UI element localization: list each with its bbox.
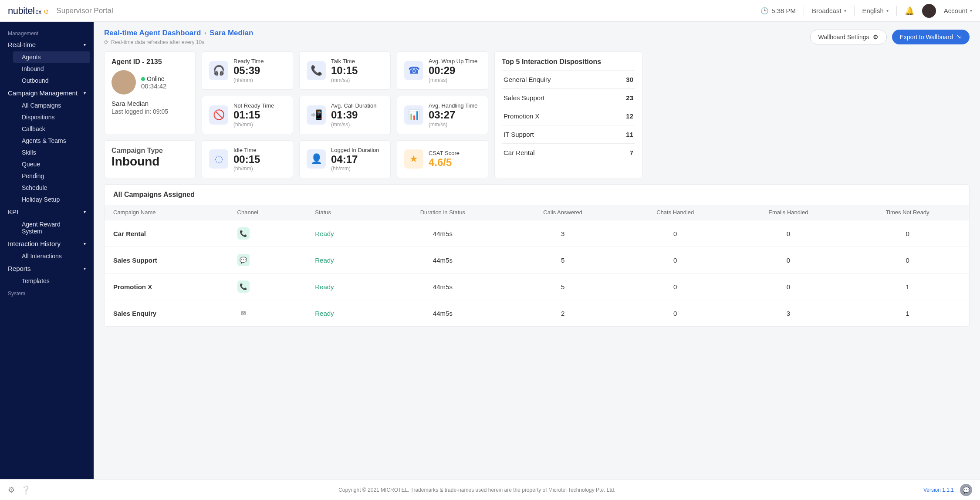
status-text: Ready	[315, 283, 334, 291]
status-text: Ready	[315, 310, 334, 317]
metric-talk-time: 📞 Talk Time 10:15 (mm/ss)	[299, 51, 391, 90]
status-text: Ready	[315, 230, 334, 237]
cell-channel: 💬	[229, 247, 307, 274]
disposition-label: Promotion X	[504, 112, 540, 120]
campaigns-table: Campaign Name Channel Status Duration in…	[105, 205, 969, 326]
bell-icon[interactable]: 🔔	[905, 6, 914, 16]
metric-unit: (hh/mm)	[233, 166, 260, 172]
sidebar-item-schedule[interactable]: Schedule	[13, 182, 90, 193]
sidebar-item-queue[interactable]: Queue	[13, 159, 90, 170]
chevron-down-icon: ▾	[84, 209, 86, 214]
col-campaign-name: Campaign Name	[105, 205, 229, 220]
col-duration: Duration in Status	[380, 205, 506, 220]
metric-label: Avg. Call Duration	[331, 102, 377, 109]
metric-label: Logged In Duration	[331, 147, 379, 153]
sidebar-item-agent-reward[interactable]: Agent Reward System	[13, 219, 90, 237]
avatar[interactable]	[922, 4, 936, 18]
refresh-text: Real-time data refreshes after every 10s	[111, 39, 204, 45]
metric-unit: (mm/ss)	[429, 122, 478, 128]
campaigns-title: All Campaigns Assigned	[105, 185, 969, 205]
cell-duration: 44m5s	[380, 274, 506, 300]
sidebar-item-dispositions[interactable]: Dispositions	[13, 111, 90, 123]
metric-value: 10:15	[331, 64, 358, 77]
phone-outgoing-icon: 📲	[307, 105, 326, 125]
sidebar-parent-kpi[interactable]: KPI ▾	[0, 206, 94, 218]
sidebar-section-system: System	[0, 287, 94, 298]
footer-copyright: Copyright © 2021 MICROTEL. Trademarks & …	[30, 487, 923, 493]
main-content: Real-time Agent Dashboard › Sara Median …	[94, 22, 980, 479]
wallboard-settings-button[interactable]: Wallboard Settings ⚙	[810, 30, 887, 44]
broadcast-menu[interactable]: Broadcast ▾	[812, 7, 846, 14]
col-calls: Calls Answered	[506, 205, 620, 220]
sidebar-item-templates[interactable]: Templates	[13, 275, 90, 287]
sidebar: Management Real-time ▾ Agents Inbound Ou…	[0, 22, 94, 479]
disposition-row: Car Rental7	[502, 143, 635, 162]
divider	[896, 6, 897, 16]
help-icon[interactable]: ❔	[21, 485, 30, 495]
sidebar-item-holiday-setup[interactable]: Holiday Setup	[13, 194, 90, 205]
phone-icon: 📞	[307, 61, 326, 80]
metric-value: 4.6/5	[429, 156, 460, 169]
sidebar-item-outbound[interactable]: Outbound	[13, 75, 90, 86]
disposition-row: Promotion X12	[502, 107, 635, 125]
export-wallboard-button[interactable]: Export to Wallboard ⇲	[892, 30, 970, 44]
breadcrumb-root[interactable]: Real-time Agent Dashboard	[104, 29, 201, 37]
col-emails: Emails Handled	[731, 205, 846, 220]
table-row: Promotion X📞Ready44m5s5001	[105, 274, 969, 300]
cell-campaign-name: Sales Enquiry	[105, 300, 229, 327]
sidebar-item-inbound[interactable]: Inbound	[13, 63, 90, 74]
cell-channel: 📞	[229, 220, 307, 247]
chart-icon: 📊	[404, 105, 423, 125]
cell-calls: 2	[506, 300, 620, 327]
footer-version[interactable]: Version 1.1.1	[923, 487, 954, 493]
cell-channel: ✉	[229, 300, 307, 327]
topbar: nubitel cx Supervisor Portal 🕒 5:38 PM B…	[0, 0, 980, 22]
cell-duration: 44m5s	[380, 247, 506, 274]
sidebar-item-callback[interactable]: Callback	[13, 123, 90, 135]
brand-name: nubitel	[8, 5, 34, 17]
disposition-row: IT Support11	[502, 125, 635, 143]
sidebar-item-agents-teams[interactable]: Agents & Teams	[13, 135, 90, 146]
sidebar-item-skills[interactable]: Skills	[13, 147, 90, 158]
campaign-type-value: Inbound	[112, 155, 188, 169]
language-menu[interactable]: English ▾	[862, 7, 889, 14]
metric-ready-time: 🎧 Ready Time 05:39 (hh/mm)	[202, 51, 293, 90]
campaign-type-card: Campaign Type Inbound	[104, 140, 196, 179]
agent-last-logged: Last logged in: 09:05	[112, 108, 188, 115]
metric-unit: (hh/mm)	[331, 166, 379, 172]
disposition-row: Sales Support23	[502, 88, 635, 107]
disposition-label: Sales Support	[504, 94, 544, 101]
metric-logged-in-duration: 👤 Logged In Duration 04:17 (hh/mm)	[299, 140, 391, 179]
sidebar-parent-campaign-mgmt[interactable]: Campaign Management ▾	[0, 87, 94, 99]
table-row: Sales Enquiry✉Ready44m5s2031	[105, 300, 969, 327]
metric-avg-call-duration: 📲 Avg. Call Duration 01:39 (mm/ss)	[299, 96, 391, 134]
account-menu[interactable]: Account ▾	[944, 7, 972, 14]
cell-status: Ready	[306, 274, 379, 300]
sidebar-item-all-campaigns[interactable]: All Campaigns	[13, 100, 90, 111]
metric-label: CSAT Score	[429, 150, 460, 156]
idle-icon: ◌	[209, 149, 228, 169]
sidebar-parent-realtime[interactable]: Real-time ▾	[0, 38, 94, 51]
language-label: English	[862, 7, 884, 14]
sidebar-item-pending[interactable]: Pending	[13, 170, 90, 182]
gear-icon[interactable]: ⚙	[8, 485, 15, 495]
button-label: Wallboard Settings	[818, 34, 869, 41]
phone-icon: 📞	[237, 227, 250, 240]
chevron-right-icon: ›	[204, 30, 206, 36]
cell-campaign-name: Car Rental	[105, 220, 229, 247]
metric-unit: (mm/ss)	[331, 122, 377, 128]
campaign-type-label: Campaign Type	[112, 147, 188, 155]
sidebar-parent-reports[interactable]: Reports ▾	[0, 262, 94, 275]
sidebar-parent-label: Reports	[8, 265, 31, 272]
cell-emails: 0	[731, 247, 846, 274]
chevron-down-icon: ▾	[84, 241, 86, 246]
cell-calls: 5	[506, 247, 620, 274]
sidebar-item-all-interactions[interactable]: All Interactions	[13, 250, 90, 262]
sidebar-item-agents[interactable]: Agents	[13, 51, 90, 63]
refresh-note: ⟳ Real-time data refreshes after every 1…	[104, 39, 253, 45]
metric-idle-time: ◌ Idle Time 00:15 (hh/mm)	[202, 140, 293, 179]
chat-bubble-icon[interactable]: 💬	[960, 484, 972, 496]
sidebar-parent-interaction-history[interactable]: Interaction History ▾	[0, 237, 94, 250]
dispositions-title: Top 5 Interaction Dispositions	[502, 58, 635, 66]
account-label: Account	[944, 7, 967, 14]
